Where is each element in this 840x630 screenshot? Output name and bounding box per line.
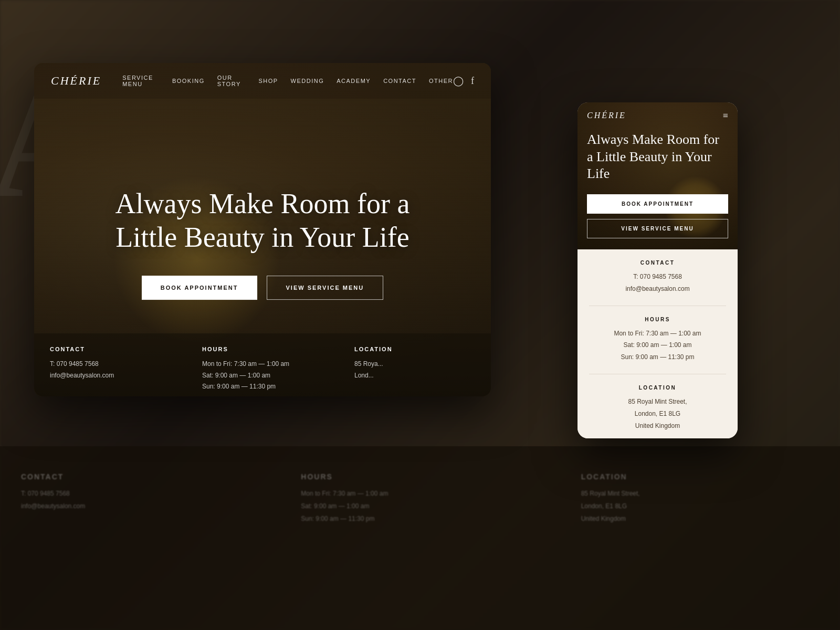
desktop-hero-buttons: BOOK APPOINTMENT VIEW SERVICE MENU xyxy=(84,276,441,300)
mobile-view-service-button[interactable]: VIEW SERVICE MENU xyxy=(587,219,728,238)
mobile-location-addr1: 85 Royal Mint Street, xyxy=(589,396,726,408)
mobile-navbar: CHÉRIE ≡ xyxy=(578,102,738,129)
mobile-hours-saturday: Sat: 9:00 am — 1:00 am xyxy=(589,339,726,351)
bg-hours-title: HOURS xyxy=(301,472,539,481)
bg-location-title: LOCATION xyxy=(581,472,819,481)
desktop-hours-sunday: Sun: 9:00 am — 11:30 pm xyxy=(202,381,323,393)
bg-location-col: LOCATION 85 Royal Mint Street, London, E… xyxy=(560,462,840,536)
mobile-divider-2 xyxy=(589,374,726,374)
mobile-contact-phone: T: 070 9485 7568 xyxy=(589,271,726,283)
nav-social-icons: ◯ f xyxy=(453,75,474,87)
bg-location-addr3: United Kingdom xyxy=(581,512,819,525)
mobile-hero: CHÉRIE ≡ Always Make Room for a Little B… xyxy=(578,102,738,249)
desktop-book-appointment-button[interactable]: BOOK APPOINTMENT xyxy=(142,276,257,300)
mobile-hero-content: Always Make Room for a Little Beauty in … xyxy=(587,131,728,238)
desktop-view-service-button[interactable]: VIEW SERVICE MENU xyxy=(267,276,384,300)
desktop-hours-title: HOURS xyxy=(202,346,323,352)
mobile-hero-title: Always Make Room for a Little Beauty in … xyxy=(587,131,728,183)
bg-hours-saturday: Sat: 9:00 am — 1:00 am xyxy=(301,500,539,512)
desktop-navbar: CHÉRIE SERVICE MENU BOOKING OUR STORY SH… xyxy=(34,63,491,99)
desktop-contact-title: CONTACT xyxy=(50,346,171,352)
mobile-location-addr3: United Kingdom xyxy=(589,420,726,432)
mobile-location-section: LOCATION 85 Royal Mint Street, London, E… xyxy=(589,385,726,432)
nav-our-story[interactable]: OUR STORY xyxy=(217,75,246,87)
nav-wedding[interactable]: WEDDING xyxy=(291,78,324,84)
mobile-location-addr2: London, E1 8LG xyxy=(589,408,726,420)
facebook-icon[interactable]: f xyxy=(471,76,474,87)
desktop-window: CHÉRIE SERVICE MENU BOOKING OUR STORY SH… xyxy=(34,63,491,396)
desktop-footer-location: LOCATION 85 Roya... Lond... xyxy=(339,333,491,396)
mobile-hours-sunday: Sun: 9:00 am — 11:30 pm xyxy=(589,351,726,363)
desktop-footer-contact: CONTACT T: 070 9485 7568 info@beautysalo… xyxy=(34,333,186,396)
mobile-logo[interactable]: CHÉRIE xyxy=(587,111,626,120)
nav-other[interactable]: OTHER xyxy=(429,78,453,84)
nav-service-menu[interactable]: SERVICE MENU xyxy=(122,75,160,87)
instagram-icon[interactable]: ◯ xyxy=(453,75,464,87)
nav-links-container: SERVICE MENU BOOKING OUR STORY SHOP WEDD… xyxy=(122,75,453,87)
mobile-hours-title: HOURS xyxy=(589,317,726,322)
bg-hours-weekday: Mon to Fri: 7:30 am — 1:00 am xyxy=(301,487,539,500)
bg-hours-col: HOURS Mon to Fri: 7:30 am — 1:00 am Sat:… xyxy=(280,462,560,536)
nav-academy[interactable]: ACADEMY xyxy=(337,78,371,84)
desktop-hours-weekday: Mon to Fri: 7:30 am — 1:00 am xyxy=(202,359,323,370)
nav-contact[interactable]: CONTACT xyxy=(383,78,416,84)
desktop-location-addr1: 85 Roya... xyxy=(354,359,475,370)
bg-hours-sunday: Sun: 9:00 am — 11:30 pm xyxy=(301,512,539,525)
mobile-location-title: LOCATION xyxy=(589,385,726,391)
bg-location-addr1: 85 Royal Mint Street, xyxy=(581,487,819,500)
desktop-contact-phone: T: 070 9485 7568 xyxy=(50,359,171,370)
hamburger-icon[interactable]: ≡ xyxy=(723,110,728,121)
desktop-logo[interactable]: CHÉRIE xyxy=(51,74,101,88)
mobile-contact-section: CONTACT T: 070 9485 7568 info@beautysalo… xyxy=(589,260,726,295)
bg-bottom-info: CONTACT T: 070 9485 7568 info@beautysalo… xyxy=(0,446,840,630)
mobile-book-appointment-button[interactable]: BOOK APPOINTMENT xyxy=(587,194,728,214)
mobile-contact-email: info@beautysalon.com xyxy=(589,283,726,295)
mobile-hours-weekday: Mon to Fri: 7:30 am — 1:00 am xyxy=(589,328,726,340)
nav-shop[interactable]: SHOP xyxy=(258,78,278,84)
desktop-hero-content: Always Make Room for a Little Beauty in … xyxy=(84,187,441,300)
mobile-contact-title: CONTACT xyxy=(589,260,726,266)
mobile-window: CHÉRIE ≡ Always Make Room for a Little B… xyxy=(578,102,738,438)
desktop-location-addr2: Lond... xyxy=(354,370,475,382)
mobile-info-section: CONTACT T: 070 9485 7568 info@beautysalo… xyxy=(578,249,738,438)
desktop-footer-hours: HOURS Mon to Fri: 7:30 am — 1:00 am Sat:… xyxy=(186,333,339,396)
desktop-location-title: LOCATION xyxy=(354,346,475,352)
desktop-footer: CONTACT T: 070 9485 7568 info@beautysalo… xyxy=(34,333,491,396)
mobile-hours-section: HOURS Mon to Fri: 7:30 am — 1:00 am Sat:… xyxy=(589,317,726,363)
bg-contact-col: CONTACT T: 070 9485 7568 info@beautysalo… xyxy=(0,462,280,523)
bg-contact-title: CONTACT xyxy=(21,472,259,481)
mobile-divider-1 xyxy=(589,306,726,306)
desktop-contact-email: info@beautysalon.com xyxy=(50,370,171,382)
bg-location-addr2: London, E1 8LG xyxy=(581,500,819,512)
desktop-hero-title: Always Make Room for a Little Beauty in … xyxy=(84,187,441,255)
nav-booking[interactable]: BOOKING xyxy=(172,78,205,84)
bg-contact-phone: T: 070 9485 7568 xyxy=(21,487,259,500)
desktop-hours-saturday: Sat: 9:00 am — 1:00 am xyxy=(202,370,323,382)
bg-contact-email: info@beautysalon.com xyxy=(21,500,259,512)
